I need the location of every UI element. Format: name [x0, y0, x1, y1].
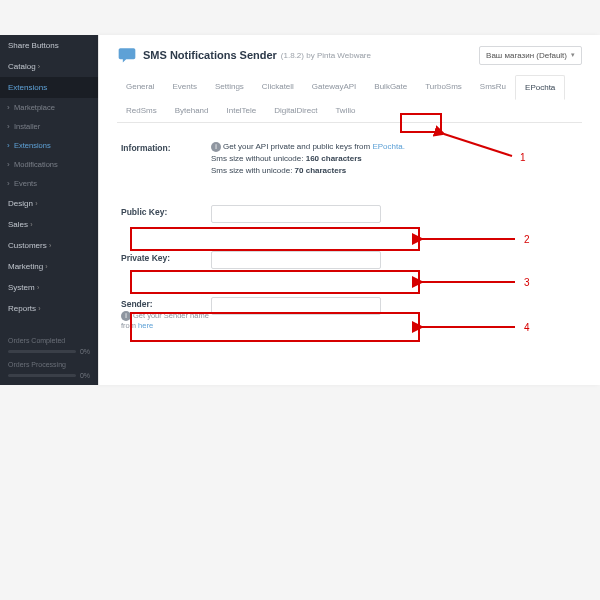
row-private-key: Private Key:: [117, 247, 582, 273]
sidebar-item-system[interactable]: System ›: [0, 277, 98, 298]
sidebar-item-marketing[interactable]: Marketing ›: [0, 256, 98, 277]
sidebar: Share Buttons Catalog › Extensions Marke…: [0, 35, 98, 385]
sender-label: Sender: iGet your Sender name from here: [121, 297, 211, 330]
sidebar-item-extensions[interactable]: Extensions: [0, 77, 98, 98]
sender-input[interactable]: [211, 297, 381, 315]
sidebar-sub-modifications[interactable]: Modifications: [0, 155, 98, 174]
chevron-right-icon: ›: [45, 263, 47, 270]
page-title: SMS Notifications Sender: [143, 49, 277, 61]
tab-digitaldirect[interactable]: DigitalDirect: [265, 99, 326, 122]
tab-bytehand[interactable]: Bytehand: [166, 99, 218, 122]
annotation-1: 1: [520, 152, 526, 163]
tab-bulkgate[interactable]: BulkGate: [365, 75, 416, 99]
info-icon: i: [211, 142, 221, 152]
sidebar-sub-extensions[interactable]: Extensions: [0, 136, 98, 155]
sender-here-link[interactable]: here: [138, 321, 153, 330]
private-key-label: Private Key:: [121, 251, 211, 263]
annotation-2: 2: [524, 234, 530, 245]
progress-bar-orders-completed: [8, 350, 76, 353]
annotation-3: 3: [524, 277, 530, 288]
tabs: General Events Settings Clickatell Gatew…: [117, 75, 582, 123]
chevron-right-icon: ›: [35, 200, 37, 207]
sidebar-item-share-buttons[interactable]: Share Buttons: [0, 35, 98, 56]
row-public-key: Public Key:: [117, 201, 582, 227]
sidebar-sub-marketplace[interactable]: Marketplace: [0, 98, 98, 117]
tab-events[interactable]: Events: [163, 75, 205, 99]
chevron-right-icon: ›: [49, 242, 51, 249]
tab-turbosms[interactable]: TurboSms: [416, 75, 471, 99]
sidebar-item-customers[interactable]: Customers ›: [0, 235, 98, 256]
sidebar-sub-events[interactable]: Events: [0, 174, 98, 193]
private-key-input[interactable]: [211, 251, 381, 269]
information-label: Information:: [121, 141, 211, 153]
progress-bar-orders-processing: [8, 374, 76, 377]
tab-twilio[interactable]: Twilio: [326, 99, 364, 122]
public-key-label: Public Key:: [121, 205, 211, 217]
tab-epochta[interactable]: EPochta: [515, 75, 565, 100]
chevron-right-icon: ›: [37, 284, 39, 291]
store-select[interactable]: Ваш магазин (Default) ▾: [479, 46, 582, 65]
sidebar-sub-installer[interactable]: Installer: [0, 117, 98, 136]
sidebar-item-catalog[interactable]: Catalog ›: [0, 56, 98, 77]
tab-settings[interactable]: Settings: [206, 75, 253, 99]
row-sender: Sender: iGet your Sender name from here: [117, 293, 582, 334]
tab-smsru[interactable]: SmsRu: [471, 75, 515, 99]
row-information: Information: iGet your API private and p…: [117, 137, 582, 181]
public-key-input[interactable]: [211, 205, 381, 223]
chevron-right-icon: ›: [38, 63, 40, 70]
info-icon: i: [121, 311, 131, 321]
tab-clickatell[interactable]: Clickatell: [253, 75, 303, 99]
tab-inteltele[interactable]: IntelTele: [218, 99, 266, 122]
sms-icon: [117, 45, 137, 65]
sidebar-item-sales[interactable]: Sales ›: [0, 214, 98, 235]
chevron-down-icon: ▾: [571, 51, 575, 59]
sidebar-item-reports[interactable]: Reports ›: [0, 298, 98, 319]
page-header: SMS Notifications Sender (1.8.2) by Pint…: [117, 45, 582, 65]
sidebar-item-design[interactable]: Design ›: [0, 193, 98, 214]
sidebar-footer: Orders Completed 0% Orders Processing 0%: [0, 331, 98, 385]
epochta-link[interactable]: EPochta.: [372, 142, 404, 151]
tab-general[interactable]: General: [117, 75, 163, 99]
annotation-4: 4: [524, 322, 530, 333]
tab-gatewayapi[interactable]: GatewayAPI: [303, 75, 365, 99]
tab-redsms[interactable]: RedSms: [117, 99, 166, 122]
chevron-right-icon: ›: [38, 305, 40, 312]
page-subtitle: (1.8.2) by Pinta Webware: [281, 51, 371, 60]
chevron-right-icon: ›: [30, 221, 32, 228]
